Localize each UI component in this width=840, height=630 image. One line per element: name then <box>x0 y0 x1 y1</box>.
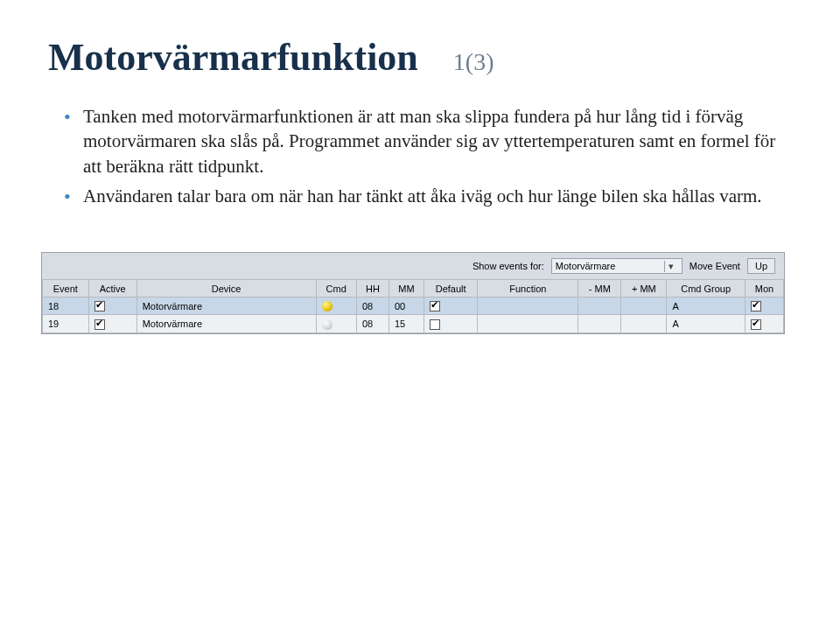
page-number: 1(3) <box>453 48 494 76</box>
col-mon: Mon <box>745 280 783 298</box>
cell-mplus <box>621 315 667 332</box>
col-function: Function <box>478 280 578 298</box>
cell-mm: 15 <box>388 315 424 332</box>
events-table: Event Active Device Cmd HH MM Default Fu… <box>42 279 784 332</box>
cell-event: 18 <box>43 298 89 315</box>
cell-cmdgroup: A <box>667 315 745 332</box>
default-checkbox[interactable] <box>430 301 440 312</box>
table-row[interactable]: 18Motorvärmare0800A <box>43 298 784 315</box>
mon-checkbox[interactable] <box>751 319 761 330</box>
chevron-down-icon: ▾ <box>664 261 678 272</box>
col-mminus: - MM <box>578 280 621 298</box>
cell-default <box>424 315 478 332</box>
col-active: Active <box>88 280 136 298</box>
bulb-icon <box>322 319 332 330</box>
cell-event: 19 <box>43 315 89 332</box>
cell-active <box>88 298 136 315</box>
cell-mminus <box>578 315 621 332</box>
cell-mon <box>745 315 783 332</box>
bullet-item: Tanken med motorvärmarfunktionen är att … <box>64 104 792 178</box>
active-checkbox[interactable] <box>94 301 105 312</box>
device-filter-combo[interactable]: Motorvärmare ▾ <box>551 258 682 274</box>
cell-mminus <box>578 298 621 315</box>
cell-mplus <box>621 298 667 315</box>
active-checkbox[interactable] <box>94 319 105 330</box>
show-events-label: Show events for: <box>472 261 544 271</box>
events-panel: Show events for: Motorvärmare ▾ Move Eve… <box>41 252 785 333</box>
col-device: Device <box>136 280 316 298</box>
col-cmdgroup: Cmd Group <box>667 280 745 298</box>
page-title: Motorvärmarfunktion <box>48 35 418 80</box>
cell-active <box>88 315 136 332</box>
col-mplus: + MM <box>621 280 667 298</box>
mon-checkbox[interactable] <box>751 301 761 312</box>
default-checkbox[interactable] <box>430 319 440 330</box>
move-event-label: Move Event <box>690 261 740 271</box>
cell-device: Motorvärmare <box>136 315 316 332</box>
device-filter-value: Motorvärmare <box>556 261 615 271</box>
cell-mm: 00 <box>388 298 424 315</box>
cell-device: Motorvärmare <box>136 298 316 315</box>
move-up-button[interactable]: Up <box>747 258 775 274</box>
cell-hh: 08 <box>356 315 388 332</box>
cell-function <box>478 315 578 332</box>
col-hh: HH <box>356 280 388 298</box>
col-default: Default <box>424 280 478 298</box>
table-row[interactable]: 19Motorvärmare0815A <box>43 315 784 332</box>
cell-function <box>478 298 578 315</box>
col-event: Event <box>43 280 89 298</box>
cell-mon <box>745 298 783 315</box>
bullet-list: Tanken med motorvärmarfunktionen är att … <box>48 104 792 208</box>
bullet-item: Användaren talar bara om när han har tän… <box>64 184 792 208</box>
cell-cmd <box>316 315 356 332</box>
cell-default <box>424 298 478 315</box>
bulb-icon <box>322 301 332 312</box>
cell-hh: 08 <box>356 298 388 315</box>
panel-toolbar: Show events for: Motorvärmare ▾ Move Eve… <box>42 253 784 279</box>
col-mm: MM <box>388 280 424 298</box>
cell-cmdgroup: A <box>667 298 745 315</box>
cell-cmd <box>316 298 356 315</box>
col-cmd: Cmd <box>316 280 356 298</box>
